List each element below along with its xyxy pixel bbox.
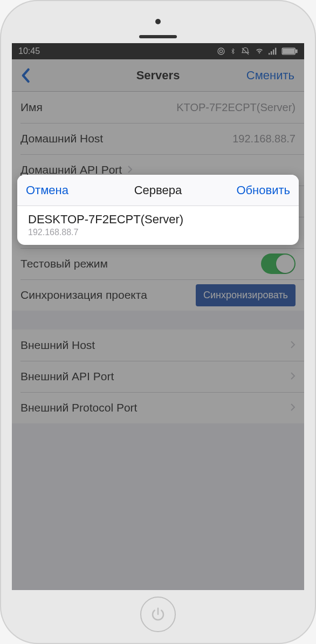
screen: 10:45 Servers Сменить Имя: [12, 43, 304, 590]
modal-header: Отмена Сервера Обновить: [17, 175, 299, 206]
server-item-ip: 192.168.88.7: [28, 228, 288, 237]
modal-overlay[interactable]: [12, 43, 304, 590]
phone-sensor: [155, 19, 161, 24]
modal-refresh-button[interactable]: Обновить: [236, 183, 290, 197]
server-item-name: DESKTOP-7F2ECPT(Server): [28, 213, 288, 227]
server-picker-modal: Отмена Сервера Обновить DESKTOP-7F2ECPT(…: [17, 175, 299, 245]
modal-cancel-button[interactable]: Отмена: [26, 183, 68, 197]
server-list-item[interactable]: DESKTOP-7F2ECPT(Server) 192.168.88.7: [17, 206, 299, 245]
power-icon: [150, 606, 166, 622]
phone-speaker: [139, 35, 177, 38]
home-button[interactable]: [140, 597, 176, 632]
phone-frame: 10:45 Servers Сменить Имя: [0, 0, 316, 644]
